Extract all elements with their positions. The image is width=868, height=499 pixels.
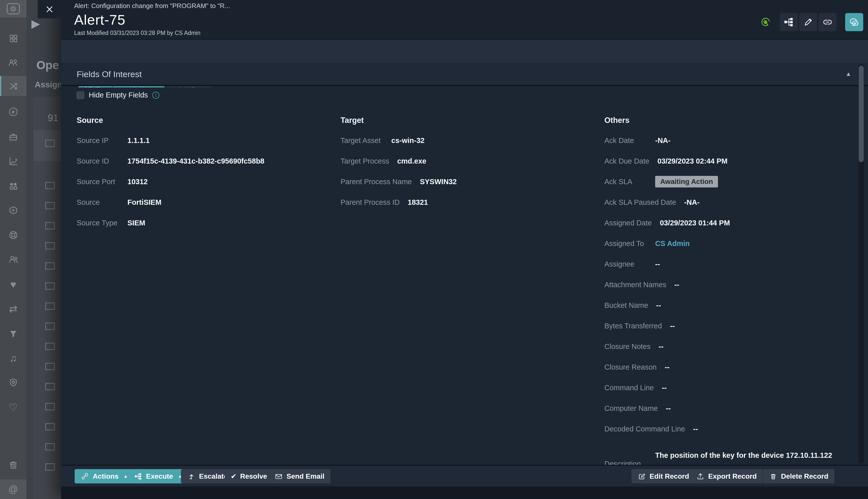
field-row: Parent Process ID18321 (341, 192, 602, 212)
at-sign-icon: @ (8, 484, 18, 495)
sidebar-item-mentions[interactable]: @ (0, 479, 26, 499)
resolve-button[interactable]: ✔ Resolve (225, 469, 273, 484)
row-checkbox[interactable] (45, 242, 55, 250)
field-value: cmd.exe (397, 157, 426, 165)
sidebar-item-reports[interactable] (0, 151, 26, 171)
field-value: 03/29/2023 01:44 PM (660, 219, 730, 227)
record-action-bar: Actions ▲ Execute ▲ Escalate ✔ Resolve S… (61, 465, 868, 486)
copy-link-button[interactable] (819, 13, 836, 31)
export-record-button[interactable]: Export Record (690, 469, 763, 484)
field-label: Source IP (77, 136, 119, 145)
export-record-label: Export Record (708, 472, 757, 480)
expand-panel-icon[interactable]: ▶ (32, 17, 40, 30)
field-label: Assignee (604, 260, 647, 268)
field-label: Parent Process ID (341, 198, 400, 207)
row-checkbox[interactable] (45, 202, 55, 209)
row-checkbox[interactable] (45, 222, 55, 229)
close-panel-button[interactable] (38, 0, 61, 19)
field-row: Closure Reason-- (604, 357, 866, 377)
delete-record-button[interactable]: Delete Record (763, 469, 834, 484)
export-icon (696, 472, 705, 480)
field-label: Assigned To (604, 240, 647, 248)
hide-empty-checkbox[interactable] (77, 92, 84, 99)
connector-health-icon[interactable] (760, 16, 771, 28)
actions-dropdown-button[interactable]: Actions ▲ (75, 469, 134, 484)
column-others: OthersAck Date-NA-Ack Due Date03/29/2023… (604, 111, 866, 465)
row-checkbox[interactable] (45, 303, 55, 310)
sidebar-item-connectors[interactable]: ⇄ (0, 299, 26, 319)
sidebar-item-people[interactable] (0, 250, 26, 270)
field-value: -- (674, 281, 679, 289)
page-title: Alert-75 (74, 12, 125, 28)
field-row: Bytes Transferred-- (604, 316, 866, 336)
field-label: Parent Process Name (341, 178, 412, 186)
heart-filled-icon: ♥ (10, 279, 16, 290)
panel-scrollbar-track[interactable] (858, 64, 864, 464)
panel-scrollbar-thumb[interactable] (859, 65, 864, 162)
background-page-subtitle: Assign (35, 80, 61, 89)
sidebar-item-dashboard[interactable] (0, 28, 26, 48)
row-checkbox[interactable] (45, 282, 55, 290)
sidebar-item-teams[interactable] (0, 52, 26, 73)
sidebar-item-threat-intel[interactable] (0, 373, 26, 392)
sidebar-item-watchlist[interactable]: ♡ (0, 397, 26, 417)
shuffle-icon (8, 81, 19, 92)
comments-button[interactable] (845, 13, 863, 31)
sidebar-item-recycle-bin[interactable] (0, 455, 26, 475)
field-label: Bucket Name (604, 301, 648, 309)
execute-dropdown-button[interactable]: Execute ▲ (128, 469, 188, 484)
sidebar-item-playbooks[interactable]: ♫ (0, 348, 26, 368)
field-row: Attachment Names-- (604, 275, 866, 295)
widgets-icon (8, 180, 19, 192)
email-icon (274, 472, 283, 480)
sidebar-item-automation[interactable] (0, 102, 26, 122)
sidebar-item-filters[interactable] (0, 324, 26, 344)
collapse-caret-icon[interactable]: ▲ (845, 70, 852, 77)
exchange-icon: ⇄ (9, 303, 17, 315)
dashboard-icon (8, 33, 19, 44)
info-icon[interactable]: i (152, 92, 159, 99)
alert-subject: Alert: Configuration change from "PROGRA… (74, 2, 230, 10)
field-value: 18321 (407, 198, 428, 207)
row-checkbox[interactable] (45, 262, 55, 270)
field-label: Assigned Date (604, 219, 652, 227)
row-checkbox[interactable] (45, 182, 55, 189)
row-checkbox[interactable] (45, 363, 55, 370)
sidebar-item-favorites[interactable]: ♥ (0, 275, 26, 294)
field-row: Assigned ToCS Admin (604, 233, 866, 254)
playbooks-button[interactable] (780, 13, 798, 31)
field-row: Source Port10312 (77, 171, 338, 192)
sidebar-item-incidents-active[interactable] (0, 76, 26, 96)
sidebar-logo[interactable]: ⚙ (0, 0, 26, 17)
assigned-to-link[interactable]: CS Admin (655, 240, 689, 248)
field-label: Ack SLA Paused Date (604, 198, 676, 207)
fields-of-interest-header[interactable]: Fields Of Interest ▲ (61, 63, 868, 86)
field-label: Command Line (604, 384, 654, 392)
field-row: Ack Date-NA- (604, 130, 866, 151)
edit-record-button[interactable]: Edit Record (632, 469, 695, 484)
field-row: Ack Due Date03/29/2023 02:44 PM (604, 151, 866, 171)
escalate-label: Escalate (199, 472, 228, 480)
row-checkbox[interactable] (45, 443, 55, 451)
sidebar-item-help[interactable] (0, 225, 26, 245)
sidebar-item-solution-packs[interactable] (0, 200, 26, 220)
row-checkbox[interactable] (45, 383, 55, 390)
row-checkbox[interactable] (45, 140, 55, 147)
workflow-icon (134, 472, 143, 480)
last-modified-text: Last Modified 03/31/2023 03:28 PM by CS … (74, 30, 200, 36)
team-icon (8, 57, 19, 68)
row-checkbox[interactable] (45, 322, 55, 330)
edit-button[interactable] (799, 13, 817, 31)
field-value: 03/29/2023 02:44 PM (657, 157, 728, 165)
sidebar-item-widgets[interactable] (0, 176, 26, 196)
field-label: Ack Due Date (604, 157, 649, 165)
field-value: -- (659, 342, 663, 351)
row-checkbox[interactable] (45, 463, 55, 471)
row-checkbox[interactable] (45, 343, 55, 350)
row-checkbox[interactable] (45, 403, 55, 410)
send-email-button[interactable]: Send Email (268, 469, 330, 484)
caret-up-icon: ▲ (124, 474, 128, 479)
row-checkbox[interactable] (45, 423, 55, 430)
sidebar-item-resources[interactable] (0, 126, 26, 147)
status-badge: Awaiting Action (655, 176, 718, 187)
